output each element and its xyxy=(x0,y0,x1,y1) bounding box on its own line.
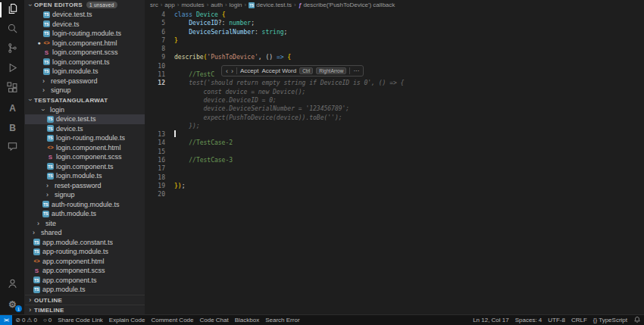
outline-header[interactable]: OUTLINE xyxy=(25,295,145,305)
accept-suggestion-button[interactable]: Accept xyxy=(240,67,258,74)
tree-item-device.ts[interactable]: device.ts xyxy=(25,124,145,134)
code-line-20[interactable]: 20 xyxy=(145,190,644,198)
tree-item-app.module.constant.ts[interactable]: app.module.constant.ts xyxy=(25,238,145,248)
open-editor-signup[interactable]: signup xyxy=(25,86,145,95)
code-line-19[interactable]: 19}); xyxy=(145,182,644,190)
tree-item-app.component.ts[interactable]: app.component.ts xyxy=(25,276,145,286)
status-explain-code[interactable]: Explain Code xyxy=(106,315,148,325)
previous-suggestion-icon[interactable]: ‹ xyxy=(226,67,228,75)
tree-item-login.module.ts[interactable]: login.module.ts xyxy=(25,171,145,181)
activity-explorer-button[interactable] xyxy=(0,0,25,20)
open-editor-reset-password[interactable]: reset-password xyxy=(25,77,145,86)
tree-item-reset-password[interactable]: reset-password xyxy=(25,181,145,191)
code-line-ghost[interactable]: device.DeviceID = 0; xyxy=(145,96,644,105)
tree-item-login[interactable]: login xyxy=(25,105,145,115)
chevron-right-icon xyxy=(46,182,53,189)
tree-item-signup[interactable]: signup xyxy=(25,190,145,200)
status-encoding[interactable]: UTF-8 xyxy=(545,315,568,325)
more-actions-icon[interactable]: ··· xyxy=(353,67,359,74)
open-editor-device.test.ts[interactable]: device.test.ts xyxy=(25,10,145,20)
tree-item-app.component.scss[interactable]: app.component.scss xyxy=(25,266,145,276)
status-indentation[interactable]: Spaces: 4 xyxy=(512,315,546,325)
status-comment-code[interactable]: Comment Code xyxy=(148,315,196,325)
code-line-5[interactable]: 5 DeviceID?: number; xyxy=(145,19,644,27)
breadcrumb-item-app[interactable]: app xyxy=(164,2,174,8)
next-suggestion-icon[interactable]: › xyxy=(231,67,233,75)
code-line-4[interactable]: 4class Device { xyxy=(145,11,644,19)
code-line-ghost[interactable]: expect(PushToDevice(device)).toBe(''); xyxy=(145,114,644,122)
status-eol[interactable]: CRLF xyxy=(568,315,590,325)
code-line-15[interactable]: 15 xyxy=(145,148,644,156)
activity-blackbox-button[interactable]: B xyxy=(0,118,25,138)
open-editor-login.component.scss[interactable]: login.component.scss xyxy=(25,48,145,58)
ts-file-icon xyxy=(33,277,41,283)
timeline-header[interactable]: TIMELINE xyxy=(25,305,145,314)
code-line-14[interactable]: 14 //TestCase-2 xyxy=(145,139,644,147)
activity-settings-button[interactable]: ⚙1 xyxy=(0,295,25,314)
tree-item-login.component.html[interactable]: login.component.html xyxy=(25,143,145,153)
status-code-chat[interactable]: Code Chat xyxy=(196,315,231,325)
status-cursor-position[interactable]: Ln 12, Col 17 xyxy=(470,315,512,325)
activity-run-debug-button[interactable] xyxy=(0,59,25,79)
status-share-code-link[interactable]: Share Code Link xyxy=(55,315,106,325)
code-line-18[interactable]: 18 xyxy=(145,173,644,182)
status-language-mode[interactable]: TypeScript xyxy=(590,315,630,325)
tree-item-app.component.html[interactable]: app.component.html xyxy=(25,257,145,267)
workspace-header[interactable]: TESTSATANGULARWAT xyxy=(25,95,145,105)
breadcrumb-file[interactable]: TS device.test.ts xyxy=(249,2,292,9)
code-line-16[interactable]: 16 //TestCase-3 xyxy=(145,156,644,164)
tree-item-auth-routing.module.ts[interactable]: auth-routing.module.ts xyxy=(25,200,145,210)
code-line-6[interactable]: 6 DeviceSerialNumber: string; xyxy=(145,28,644,36)
tree-item-login.component.scss[interactable]: login.component.scss xyxy=(25,152,145,162)
code-line-8[interactable]: 8 xyxy=(145,45,644,53)
status-counter[interactable]: 0 xyxy=(40,315,55,325)
breadcrumb-symbol[interactable]: ƒ describe('PushToDevice') callback xyxy=(299,2,395,8)
code-line-13[interactable]: 13 xyxy=(145,130,644,139)
code-editor[interactable]: 4class Device {5 DeviceID?: number;6 Dev… xyxy=(145,10,644,199)
status-remote-indicator[interactable] xyxy=(0,315,12,325)
tree-item-app-routing.module.ts[interactable]: app-routing.module.ts xyxy=(25,247,145,257)
code-line-ghost[interactable]: device.DeviceSerialNumber = '123456789'; xyxy=(145,105,644,113)
activity-extensions-button[interactable] xyxy=(0,79,25,98)
code-line-9[interactable]: 9describe('PushToDevice', () => { xyxy=(145,53,644,61)
file-label: auth-routing.module.ts xyxy=(50,201,120,208)
tree-item-login-routing.module.ts[interactable]: login-routing.module.ts xyxy=(25,133,145,143)
tree-item-site[interactable]: site xyxy=(25,219,145,229)
tree-item-login.component.ts[interactable]: login.component.ts xyxy=(25,162,145,172)
status-search-error[interactable]: Search Error xyxy=(262,315,302,325)
open-editors-header[interactable]: OPEN EDITORS 1 unsaved xyxy=(25,0,145,10)
activity-source-control-button[interactable] xyxy=(0,39,25,59)
activity-search-button[interactable] xyxy=(0,20,25,39)
activity-accounts-button[interactable] xyxy=(0,275,25,295)
bell-icon xyxy=(633,316,641,325)
tree-item-device.test.ts[interactable]: device.test.ts xyxy=(25,114,145,124)
status-notifications[interactable] xyxy=(630,315,644,325)
status-problems[interactable]: 00 xyxy=(12,315,40,325)
code-line-ghost[interactable]: const device = new Device(); xyxy=(145,88,644,96)
status-indentation-label: Spaces: 4 xyxy=(515,317,542,323)
open-editor-login.component.html[interactable]: login.component.html xyxy=(25,39,145,48)
status-blackbox[interactable]: Blackbox xyxy=(232,315,262,325)
activity-chat-button[interactable] xyxy=(0,138,25,158)
code-line-17[interactable]: 17 xyxy=(145,164,644,173)
accept-word-button[interactable]: Accept Word xyxy=(261,67,296,74)
breadcrumb-item-login[interactable]: login xyxy=(230,2,242,8)
code-line-11[interactable]: 11 //TestC xyxy=(145,70,644,79)
open-editor-device.ts[interactable]: device.ts xyxy=(25,20,145,30)
letter-a-icon: A xyxy=(9,103,16,114)
open-editor-login.module.ts[interactable]: login.module.ts xyxy=(25,67,145,77)
breadcrumb-item-modules[interactable]: modules xyxy=(181,2,204,8)
code-line-7[interactable]: 7} xyxy=(145,36,644,45)
activity-angular-button[interactable]: A xyxy=(0,98,25,118)
tree-item-app.module.ts[interactable]: app.module.ts xyxy=(25,285,145,295)
breadcrumb-item-auth[interactable]: auth xyxy=(211,2,223,8)
breadcrumb-item-src[interactable]: src xyxy=(150,2,158,8)
open-editor-login-routing.module.ts[interactable]: login-routing.module.ts xyxy=(25,29,145,39)
code-line-ghost[interactable]: }); xyxy=(145,122,644,130)
modified-dot-icon xyxy=(36,40,42,45)
code-line-12[interactable]: 12 test('should return empty string if D… xyxy=(145,79,644,87)
tree-item-auth.module.ts[interactable]: auth.module.ts xyxy=(25,209,145,219)
code-line-10[interactable]: 10 xyxy=(145,62,644,70)
tree-item-shared[interactable]: shared xyxy=(25,228,145,238)
open-editor-login.component.ts[interactable]: login.component.ts xyxy=(25,58,145,67)
